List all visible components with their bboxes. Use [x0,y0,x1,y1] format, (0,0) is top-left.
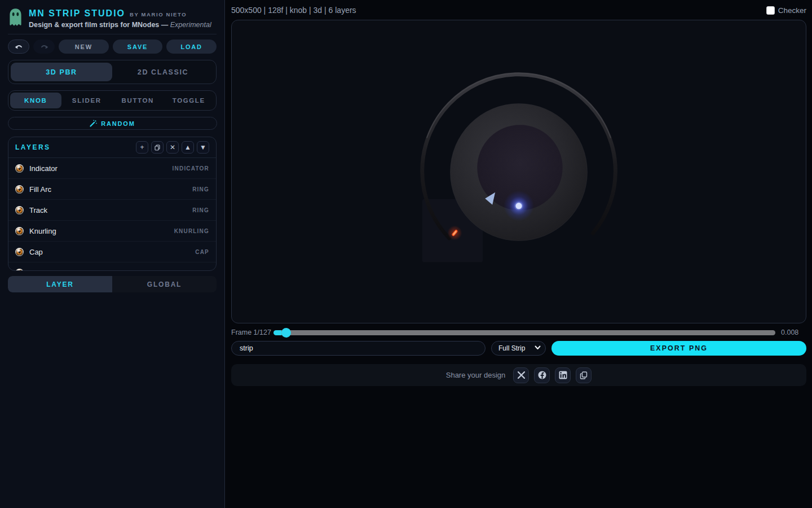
frame-counter: Frame 1/127 [231,329,273,336]
duplicate-icon [155,144,160,151]
duplicate-layer-button[interactable] [151,141,164,154]
tab-button[interactable]: BUTTON [112,93,164,108]
file-actions: NEW SAVE LOAD [8,40,217,54]
preview-topbar: 500x500 | 128f | knob | 3d | 6 layers Ch… [231,3,806,17]
tab-3d-pbr[interactable]: 3D PBR [11,63,112,81]
layer-tools: + ✕ ▲ ▼ [136,141,209,154]
layer-row-fill-arc[interactable]: Fill Arc RING [8,179,216,200]
magic-wand-icon [90,120,97,127]
x-twitter-icon [518,371,525,379]
layers-panel: LAYERS + ✕ ▲ ▼ Indic [8,137,217,271]
main-area: 500x500 | 128f | knob | 3d | 6 layers Ch… [231,0,806,508]
knob-render [232,20,806,323]
brand-header: MN STRIP STUDIO BY MARIO NIETO Design & … [8,7,217,29]
visibility-eye-icon[interactable] [15,206,24,214]
blue-glow-core [516,203,522,209]
layers-header: LAYERS + ✕ ▲ ▼ [8,137,216,158]
sidebar: MN STRIP STUDIO BY MARIO NIETO Design & … [0,0,225,508]
export-png-button[interactable]: EXPORT PNG [551,341,806,356]
tab-slider[interactable]: SLIDER [61,93,113,108]
format-select-wrap: Full Strip [491,341,546,356]
linkedin-icon [559,371,567,379]
visibility-eye-icon[interactable] [15,185,24,194]
frame-value: 0.008 [781,329,806,336]
format-select[interactable]: Full Strip [491,341,546,356]
redo-icon [40,43,48,50]
save-button[interactable]: SAVE [113,40,163,54]
random-button[interactable]: RANDOM [8,117,217,130]
new-button[interactable]: NEW [59,40,109,54]
layers-title: LAYERS [15,143,51,151]
filename-input[interactable] [231,341,486,356]
move-layer-down-button[interactable]: ▼ [197,141,209,154]
undo-button[interactable] [8,40,29,54]
knob-preview-canvas [231,20,806,323]
add-layer-button[interactable]: + [136,141,148,154]
tab-2d-classic[interactable]: 2D CLASSIC [112,63,214,81]
copy-icon [580,371,588,379]
app-root: MN STRIP STUDIO BY MARIO NIETO Design & … [0,0,812,508]
app-byline: BY MARIO NIETO [130,11,187,17]
app-subtitle: Design & export film strips for MNodes —… [29,21,211,29]
tab-global[interactable]: GLOBAL [112,276,217,292]
share-linkedin-button[interactable] [555,367,571,383]
app-title: MN STRIP STUDIO [29,8,125,19]
frame-slider[interactable] [273,327,775,338]
scope-tabs: LAYER GLOBAL [8,276,217,292]
visibility-eye-icon[interactable] [15,269,24,271]
layer-row-track[interactable]: Track RING [8,200,216,221]
visibility-eye-icon[interactable] [15,248,24,256]
move-layer-up-button[interactable]: ▲ [182,141,194,154]
export-row: Full Strip EXPORT PNG [231,341,806,356]
layer-row-knurling[interactable]: Knurling KNURLING [8,221,216,242]
load-button[interactable]: LOAD [166,40,217,54]
layer-row-cap[interactable]: Cap CAP [8,242,216,262]
render-mode-tabs: 3D PBR 2D CLASSIC [8,60,217,84]
layer-row-knob-body[interactable]: Knob Body BODY [8,262,216,271]
layers-list: Indicator INDICATOR Fill Arc RING Track … [8,158,216,271]
frame-scrubber-row: Frame 1/127 0.008 [231,327,806,338]
visibility-eye-icon[interactable] [15,227,24,235]
tab-toggle[interactable]: TOGGLE [164,93,215,108]
checker-toggle[interactable]: Checker [766,6,806,15]
share-facebook-button[interactable] [534,367,550,383]
header-divider [8,34,217,34]
visibility-eye-icon[interactable] [15,164,24,173]
tab-layer[interactable]: LAYER [8,276,112,292]
control-type-tabs: KNOB SLIDER BUTTON TOGGLE [8,90,217,111]
redo-button[interactable] [33,40,55,54]
delete-layer-button[interactable]: ✕ [166,141,179,154]
checker-checkbox[interactable] [766,6,775,15]
layer-row-indicator[interactable]: Indicator INDICATOR [8,158,216,179]
undo-icon [15,43,23,50]
share-bar: Share your design [231,364,806,386]
tab-knob[interactable]: KNOB [10,93,61,108]
share-x-button[interactable] [513,367,529,383]
facebook-icon [538,371,546,379]
share-label: Share your design [446,371,506,379]
copy-link-button[interactable] [576,367,592,383]
ghost-logo-icon [8,7,23,28]
strip-meta-text: 500x500 | 128f | knob | 3d | 6 layers [231,6,356,15]
